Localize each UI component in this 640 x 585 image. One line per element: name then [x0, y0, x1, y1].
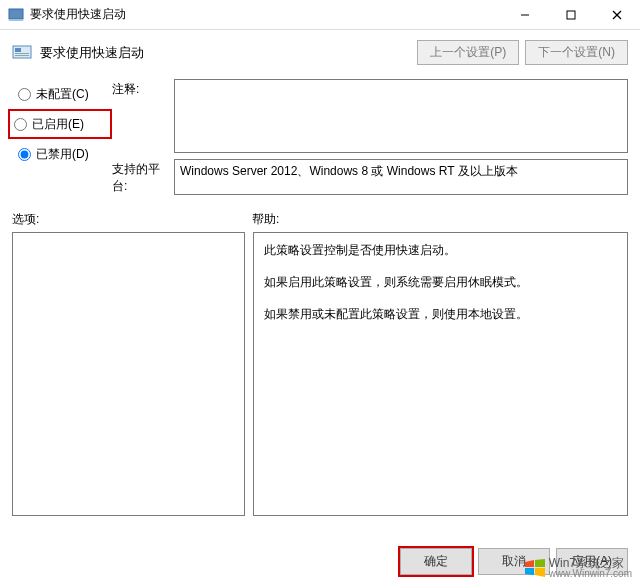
svg-rect-9 [15, 55, 29, 56]
header: 要求使用快速启动 上一个设置(P) 下一个设置(N) [0, 30, 640, 79]
cancel-button[interactable]: 取消 [478, 548, 550, 575]
radio-enabled-input[interactable] [14, 118, 27, 131]
help-paragraph: 此策略设置控制是否使用快速启动。 [264, 241, 617, 259]
previous-setting-button[interactable]: 上一个设置(P) [417, 40, 519, 65]
help-label: 帮助: [252, 211, 628, 228]
radio-disabled-input[interactable] [18, 148, 31, 161]
footer-buttons: 确定 取消 应用(A) [400, 548, 628, 575]
comment-textarea[interactable] [174, 79, 628, 153]
next-setting-button[interactable]: 下一个设置(N) [525, 40, 628, 65]
radio-not-configured[interactable]: 未配置(C) [12, 79, 112, 109]
ok-button[interactable]: 确定 [400, 548, 472, 575]
options-box [12, 232, 245, 516]
minimize-button[interactable] [502, 0, 548, 29]
radio-disabled[interactable]: 已禁用(D) [12, 139, 112, 169]
policy-icon [12, 43, 32, 63]
title-bar: 要求使用快速启动 [0, 0, 640, 30]
radio-not-configured-input[interactable] [18, 88, 31, 101]
svg-rect-8 [15, 53, 29, 54]
supported-platform-text: Windows Server 2012、Windows 8 或 Windows … [180, 164, 518, 178]
maximize-button[interactable] [548, 0, 594, 29]
app-icon [8, 7, 24, 23]
options-label: 选项: [12, 211, 252, 228]
policy-title: 要求使用快速启动 [40, 44, 417, 62]
supported-platform-box: Windows Server 2012、Windows 8 或 Windows … [174, 159, 628, 195]
platform-label: 支持的平台: [112, 159, 174, 195]
svg-rect-0 [9, 9, 23, 19]
svg-rect-7 [15, 48, 21, 52]
close-button[interactable] [594, 0, 640, 29]
window-title: 要求使用快速启动 [30, 6, 502, 23]
svg-rect-3 [567, 11, 575, 19]
help-paragraph: 如果禁用或未配置此策略设置，则使用本地设置。 [264, 305, 617, 323]
radio-not-configured-label: 未配置(C) [36, 86, 89, 103]
radio-enabled-label: 已启用(E) [32, 116, 84, 133]
apply-button[interactable]: 应用(A) [556, 548, 628, 575]
svg-rect-1 [9, 19, 23, 21]
help-paragraph: 如果启用此策略设置，则系统需要启用休眠模式。 [264, 273, 617, 291]
radio-enabled[interactable]: 已启用(E) [8, 109, 112, 139]
help-box: 此策略设置控制是否使用快速启动。 如果启用此策略设置，则系统需要启用休眠模式。 … [253, 232, 628, 516]
comment-label: 注释: [112, 79, 174, 153]
radio-disabled-label: 已禁用(D) [36, 146, 89, 163]
